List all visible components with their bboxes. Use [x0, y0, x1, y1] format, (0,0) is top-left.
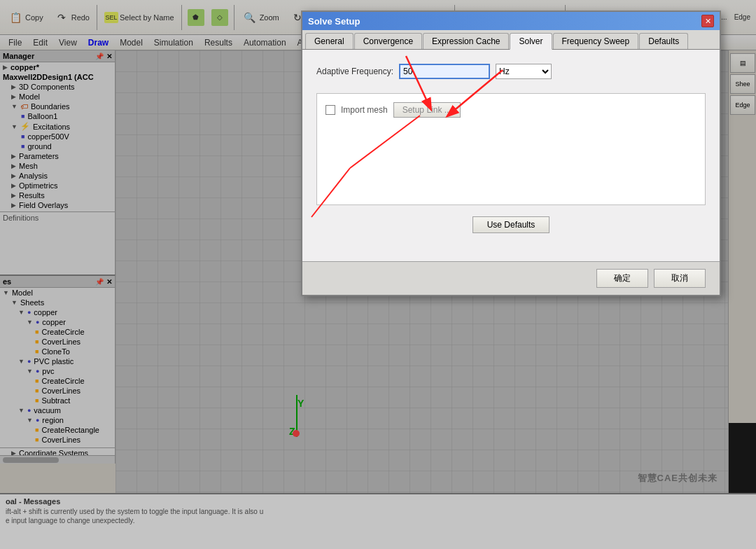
dialog-tabs: General Convergence Expression Cache Sol… — [302, 30, 720, 50]
import-mesh-row: Import mesh Setup Link ... — [317, 94, 705, 123]
solve-setup-dialog: Solve Setup ✕ General Convergence Expres… — [301, 11, 721, 296]
adaptive-frequency-label: Adaptive Frequency: — [316, 67, 393, 76]
tab-general[interactable]: General — [305, 33, 354, 49]
tab-frequency-sweep[interactable]: Frequency Sweep — [553, 33, 639, 49]
tab-convergence[interactable]: Convergence — [354, 33, 422, 49]
frequency-unit-select[interactable]: Hz kHz MHz GHz — [496, 64, 552, 79]
adaptive-frequency-row: Adaptive Frequency: Hz kHz MHz GHz — [316, 64, 706, 79]
adaptive-frequency-input[interactable] — [399, 64, 490, 79]
tab-solver[interactable]: Solver — [510, 33, 552, 50]
tab-defaults[interactable]: Defaults — [639, 33, 688, 49]
import-mesh-checkbox[interactable] — [326, 105, 335, 115]
dialog-content-area: Import mesh Setup Link ... — [316, 93, 706, 205]
dialog-footer: 确定 取消 — [302, 261, 720, 295]
application-window: 📋 Copy ↷ Redo SEL Select by Name ⬟ ◇ 🔍 Z… — [0, 0, 756, 549]
dialog-titlebar: Solve Setup ✕ — [302, 12, 720, 30]
setup-link-button[interactable]: Setup Link ... — [393, 102, 461, 118]
dialog-close-button[interactable]: ✕ — [701, 15, 714, 27]
cancel-button[interactable]: 取消 — [654, 269, 706, 288]
import-mesh-label: Import mesh — [341, 105, 388, 115]
tab-expression-cache[interactable]: Expression Cache — [423, 33, 509, 49]
dialog-body: Adaptive Frequency: Hz kHz MHz GHz Impor… — [302, 50, 720, 261]
dialog-title: Solve Setup — [308, 16, 360, 27]
use-defaults-button[interactable]: Use Defaults — [472, 216, 550, 233]
ok-button[interactable]: 确定 — [596, 269, 648, 288]
